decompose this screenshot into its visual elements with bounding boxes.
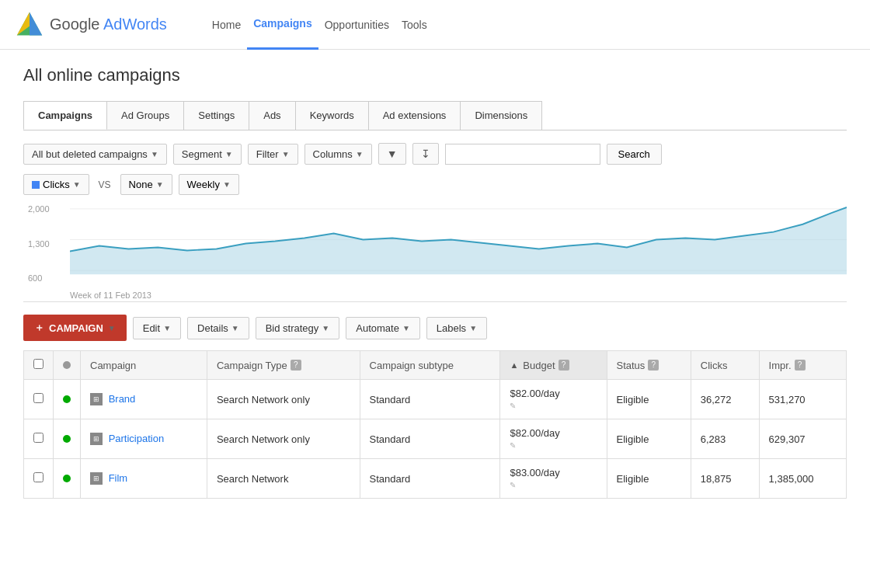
bid-strategy-arrow-icon: ▼: [322, 324, 329, 332]
table-body: ⊞ Brand Search Network only Standard $82…: [24, 380, 847, 499]
download-button[interactable]: ↧: [412, 143, 439, 165]
vs-label: VS: [96, 179, 114, 190]
th-campaign[interactable]: Campaign: [81, 351, 207, 380]
row-status-dot-2: [63, 475, 71, 482]
campaign-btn-label: CAMPAIGN: [49, 322, 103, 334]
th-budget[interactable]: ▲ Budget ?: [500, 351, 607, 380]
nav-tools[interactable]: Tools: [395, 0, 433, 50]
select-all-checkbox[interactable]: [33, 359, 44, 369]
metric2-label: None: [129, 179, 153, 190]
row-checkbox-cell-2[interactable]: [24, 459, 54, 499]
nav-opportunities[interactable]: Opportunities: [318, 0, 395, 50]
row-status-text-cell-0: Eligible: [607, 380, 691, 419]
metric1-color-dot: [32, 181, 40, 189]
row-status-cell-0: [54, 380, 81, 419]
budget-edit-icon-0[interactable]: ✎: [510, 402, 516, 410]
campaign-link-2[interactable]: Film: [109, 472, 128, 484]
campaign-type-icon-2: ⊞: [90, 472, 103, 485]
row-budget-cell-0: $82.00/day ✎: [500, 380, 607, 419]
nav-home[interactable]: Home: [206, 0, 247, 50]
segment-label: Segment: [182, 148, 222, 160]
svg-marker-1: [30, 12, 42, 35]
status-help-icon[interactable]: ?: [648, 360, 659, 371]
chart-y-label-mid: 1,300: [28, 239, 65, 249]
bid-strategy-label: Bid strategy: [266, 322, 319, 334]
tab-campaigns[interactable]: Campaigns: [23, 101, 107, 130]
campaign-type-icon-1: ⊞: [90, 433, 103, 445]
filter-dropdown[interactable]: Filter ▼: [248, 144, 298, 165]
metric2-dropdown[interactable]: None ▼: [120, 174, 172, 195]
nav-campaigns[interactable]: Campaigns: [247, 0, 318, 50]
segment-arrow-icon: ▼: [225, 150, 233, 158]
row-campaign-cell-0: ⊞ Brand: [81, 380, 207, 419]
chart-date-label: Week of 11 Feb 2013: [70, 291, 151, 300]
period-dropdown[interactable]: Weekly ▼: [179, 174, 239, 195]
row-status-dot-1: [63, 435, 71, 443]
budget-help-icon[interactable]: ?: [559, 360, 569, 371]
row-campaign-type-cell-2: Search Network: [207, 459, 360, 499]
campaign-link-0[interactable]: Brand: [109, 393, 136, 405]
header: Google AdWords Home Campaigns Opportunit…: [0, 0, 870, 50]
campaign-type-icon-0: ⊞: [90, 393, 103, 405]
row-status-text-cell-1: Eligible: [607, 419, 691, 459]
budget-edit-icon-1[interactable]: ✎: [510, 441, 516, 450]
labels-dropdown[interactable]: Labels ▼: [426, 317, 487, 339]
tab-settings[interactable]: Settings: [183, 101, 249, 130]
tabs-bar: Campaigns Ad Groups Settings Ads Keyword…: [23, 101, 847, 130]
details-dropdown[interactable]: Details ▼: [187, 317, 249, 339]
row-checkbox-cell-0[interactable]: [24, 380, 54, 419]
th-impr[interactable]: Impr. ?: [759, 351, 846, 380]
budget-edit-icon-2[interactable]: ✎: [510, 481, 516, 489]
page-content: All online campaigns Campaigns Ad Groups…: [0, 50, 870, 514]
campaign-link-1[interactable]: Participation: [109, 433, 165, 444]
campaign-btn-arrow-icon: ▼: [108, 324, 116, 332]
campaigns-table: Campaign Campaign Type ? Campaign subtyp…: [23, 350, 847, 499]
row-checkbox-cell-1[interactable]: [24, 419, 54, 459]
segment-dropdown[interactable]: Segment ▼: [173, 144, 242, 165]
status-indicator-icon: [63, 361, 71, 369]
page-title: All online campaigns: [23, 65, 847, 85]
row-status-cell-2: [54, 459, 81, 499]
columns-dropdown[interactable]: Columns ▼: [304, 144, 372, 165]
row-checkbox-2[interactable]: [33, 472, 44, 482]
th-campaign-type[interactable]: Campaign Type ?: [207, 351, 360, 380]
edit-dropdown[interactable]: Edit ▼: [133, 317, 181, 339]
th-select-all[interactable]: [24, 351, 54, 380]
tab-ad-extensions[interactable]: Ad extensions: [368, 101, 461, 130]
filter-campaigns-label: All but deleted campaigns: [32, 148, 148, 160]
search-input[interactable]: [445, 144, 600, 165]
th-clicks-label: Clicks: [701, 360, 728, 371]
row-status-text-cell-2: Eligible: [607, 459, 691, 499]
row-campaign-type-cell-1: Search Network only: [207, 419, 360, 459]
tab-ad-groups[interactable]: Ad Groups: [106, 101, 184, 130]
th-campaign-label: Campaign: [90, 360, 136, 371]
th-status-col[interactable]: Status ?: [607, 351, 691, 380]
plus-icon: ＋: [34, 321, 44, 335]
tab-keywords[interactable]: Keywords: [295, 101, 369, 130]
add-campaign-button[interactable]: ＋ CAMPAIGN ▼: [23, 315, 127, 341]
th-clicks[interactable]: Clicks: [691, 351, 759, 380]
row-checkbox-1[interactable]: [33, 433, 44, 443]
chart-toggle-button[interactable]: ▼: [378, 143, 406, 165]
metric1-dropdown[interactable]: Clicks ▼: [23, 174, 89, 195]
filter-campaigns-arrow-icon: ▼: [151, 150, 158, 158]
search-button[interactable]: Search: [607, 144, 662, 165]
chart-y-label-top: 2,000: [28, 204, 65, 214]
row-checkbox-0[interactable]: [33, 393, 44, 403]
edit-label: Edit: [143, 322, 160, 334]
row-impr-cell-2: 1,385,000: [759, 459, 846, 499]
campaign-type-help-icon[interactable]: ?: [291, 360, 301, 371]
tab-dimensions[interactable]: Dimensions: [460, 101, 542, 130]
row-status-cell-1: [54, 419, 81, 459]
impr-help-icon[interactable]: ?: [795, 360, 806, 371]
columns-arrow-icon: ▼: [356, 150, 364, 158]
tab-ads[interactable]: Ads: [249, 101, 295, 130]
row-campaign-cell-1: ⊞ Participation: [81, 419, 207, 459]
bid-strategy-dropdown[interactable]: Bid strategy ▼: [256, 317, 340, 339]
th-campaign-type-label: Campaign Type: [217, 360, 287, 371]
main-nav: Home Campaigns Opportunities Tools: [206, 0, 433, 50]
automate-dropdown[interactable]: Automate ▼: [346, 317, 420, 339]
table-row: ⊞ Film Search Network Standard $83.00/da…: [24, 459, 847, 499]
filter-campaigns-dropdown[interactable]: All but deleted campaigns ▼: [23, 144, 167, 165]
th-campaign-subtype[interactable]: Campaign subtype: [360, 351, 500, 380]
